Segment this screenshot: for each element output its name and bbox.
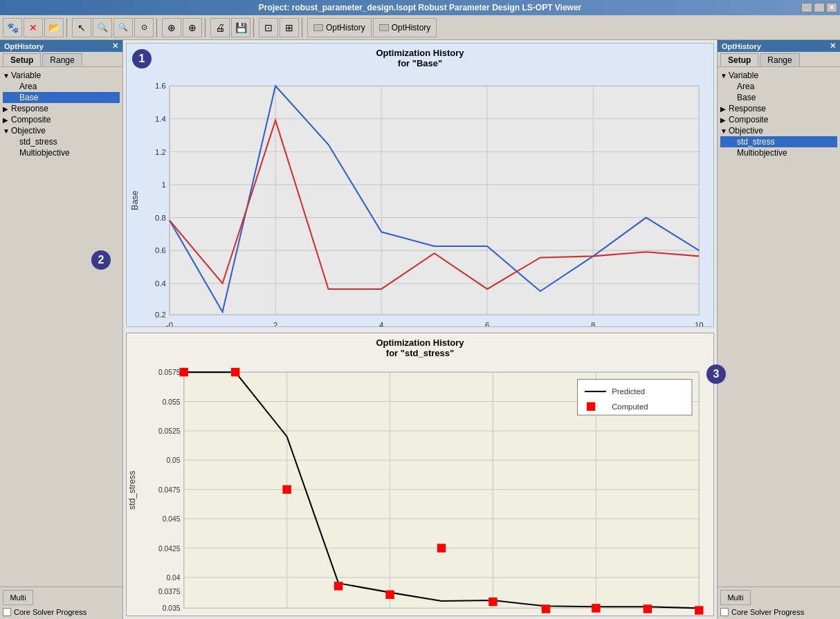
svg-text:1.6: 1.6 [155,82,166,90]
close-button[interactable]: ✕ [826,3,837,12]
svg-rect-67 [282,485,291,493]
svg-rect-79 [587,402,595,410]
title-bar: Project: robust_parameter_design.lsopt R… [0,0,840,15]
tree-item-variable[interactable]: ▼Variable [720,70,837,81]
svg-text:1.2: 1.2 [155,148,166,156]
zoom-reset-button[interactable]: ⊙ [134,18,154,37]
left-sidebar-close[interactable]: ✕ [112,41,118,50]
zoom-out-button[interactable]: 🔍 [113,18,133,37]
tree-item-std_stress[interactable]: std_stress [3,136,120,147]
pointer-button[interactable]: ↖ [72,18,91,37]
tree-item-std_stress[interactable]: std_stress [720,136,837,147]
svg-rect-71 [489,597,497,605]
right-sidebar: OptHistory ✕ Setup Range ▼VariableAreaBa… [717,40,840,619]
svg-text:6: 6 [491,613,495,616]
tree-item-objective[interactable]: ▼Objective [3,125,120,136]
target2-button[interactable]: ⊕ [183,18,202,37]
tree-item-composite[interactable]: ▶Composite [3,114,120,125]
right-tree-area: ▼VariableAreaBase▶Response▶Composite▼Obj… [718,67,840,586]
svg-text:std_stress: std_stress [127,470,137,509]
bottom-chart-svg: 0.0575 0.055 0.0525 0.05 0.0475 0.045 0.… [127,360,713,617]
right-sidebar-header: OptHistory ✕ [718,40,840,52]
svg-text:6: 6 [485,321,489,327]
svg-text:Base: Base [130,191,140,210]
toolbar-separator-4 [253,18,256,37]
opt-history-button-1[interactable]: OptHistory [307,18,372,37]
svg-rect-73 [592,604,600,612]
toolbar-separator-1 [66,18,69,37]
svg-text:0.2: 0.2 [155,311,166,319]
svg-text:Computed: Computed [612,402,648,410]
right-sidebar-bottom: Multi Core Solver Progress [718,586,840,619]
tool1-button[interactable]: ⊡ [259,18,278,37]
badge-3: 3 [706,364,726,384]
right-multi-button[interactable]: Multi [720,590,751,605]
toolbar-separator-5 [302,18,304,37]
left-core-solver-checkbox[interactable] [3,608,11,616]
tree-item-multiobjective[interactable]: Multiobjective [3,147,120,158]
open-button[interactable]: 📂 [44,18,64,37]
app-icon-button[interactable]: 🐾 [3,18,22,37]
tree-item-multiobjective[interactable]: Multiobjective [720,147,837,158]
svg-text:0.05: 0.05 [166,456,180,464]
svg-rect-70 [437,544,446,552]
tree-item-area[interactable]: Area [720,81,837,92]
right-core-solver: Core Solver Progress [720,608,837,616]
print-button[interactable]: 🖨 [210,18,230,37]
svg-rect-75 [695,606,703,614]
left-tab-setup[interactable]: Setup [3,53,41,66]
svg-text:2: 2 [284,613,289,616]
right-sidebar-close[interactable]: ✕ [830,41,836,50]
svg-text:0.4: 0.4 [155,279,166,288]
left-tree-area: ▼VariableAreaBase▶Response▶Composite▼Obj… [0,67,122,586]
bottom-chart-title: Optimization History for "std_stress" [127,333,713,360]
right-tab-range[interactable]: Range [760,53,799,66]
svg-text:-0: -0 [181,613,188,616]
svg-rect-74 [643,604,652,613]
top-chart-svg: 1.6 1.4 1.2 1 0.8 0.6 0.4 0.2 -0 2 4 6 8… [127,70,713,327]
right-sidebar-tabs: Setup Range [718,52,840,67]
minimize-button[interactable]: _ [801,3,812,12]
save-image-button[interactable]: 💾 [231,18,250,37]
svg-text:0.0425: 0.0425 [158,544,181,552]
right-tab-setup[interactable]: Setup [720,53,758,66]
left-sidebar-header: OptHistory ✕ [0,40,122,52]
tree-item-composite[interactable]: ▶Composite [720,114,837,125]
opt-history-button-2[interactable]: OptHistory [373,18,437,37]
svg-text:-0: -0 [166,321,173,327]
svg-text:0.0375: 0.0375 [158,587,181,595]
tree-item-response[interactable]: ▶Response [720,103,837,114]
main-layout: OptHistory ✕ Setup Range ▼VariableAreaBa… [0,40,840,619]
charts-area: 1 Optimization History for "Base" [123,40,717,619]
left-multi-button[interactable]: Multi [3,590,33,605]
badge-1: 1 [132,49,152,68]
maximize-button[interactable]: □ [814,3,825,12]
svg-rect-68 [334,582,343,590]
left-sidebar-tabs: Setup Range [0,52,122,67]
svg-text:8: 8 [594,613,598,616]
tree-item-objective[interactable]: ▼Objective [720,125,837,136]
top-chart-panel: 1 Optimization History for "Base" [126,43,714,327]
tree-item-response[interactable]: ▶Response [3,103,120,114]
zoom-in-button[interactable]: 🔍 [93,18,112,37]
svg-text:0.8: 0.8 [155,214,166,222]
svg-text:0.04: 0.04 [166,574,180,582]
svg-text:0.0575: 0.0575 [158,369,181,376]
tree-item-base[interactable]: Base [3,92,120,103]
delete-button[interactable]: ✕ [24,18,43,37]
tree-item-area[interactable]: Area [3,81,120,92]
target1-button[interactable]: ⊕ [162,18,181,37]
badge-2: 2 [91,250,111,270]
tool2-button[interactable]: ⊞ [280,18,299,37]
tree-item-variable[interactable]: ▼Variable [3,70,120,81]
svg-rect-69 [385,590,394,598]
svg-text:4: 4 [379,321,383,327]
window-controls[interactable]: _ □ ✕ [801,3,837,12]
left-core-solver: Core Solver Progress [3,608,120,616]
tree-item-base[interactable]: Base [720,92,837,103]
svg-text:8: 8 [591,321,595,327]
app-title: Project: robust_parameter_design.lsopt R… [6,3,834,12]
bottom-chart-panel: Optimization History for "std_stress" [126,333,714,617]
right-core-solver-checkbox[interactable] [720,608,729,616]
left-tab-range[interactable]: Range [42,53,82,66]
